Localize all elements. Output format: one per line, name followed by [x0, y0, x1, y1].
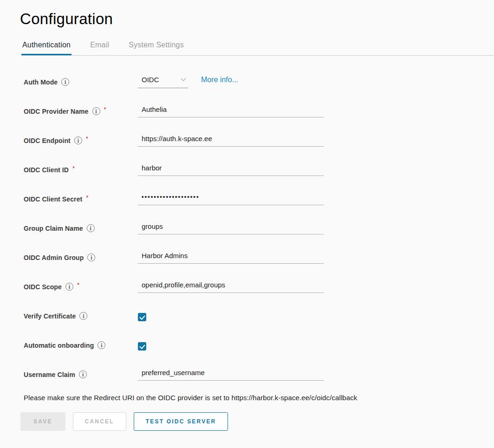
required-asterisk: * — [72, 165, 75, 172]
oidc-scope-input[interactable] — [138, 281, 324, 293]
form-row-oidc-provider-name: OIDC Provider Namei* — [24, 98, 494, 117]
oidc-endpoint-input[interactable] — [138, 135, 324, 147]
field-label: Auth Mode — [24, 78, 58, 86]
label-col: Group Claim Namei — [24, 224, 138, 232]
required-asterisk: * — [104, 106, 106, 113]
form-row-oidc-scope: OIDC Scopei* — [24, 274, 494, 293]
username-claim-input[interactable] — [138, 369, 324, 381]
control-col — [138, 281, 324, 293]
info-icon[interactable]: i — [87, 253, 95, 261]
select-value: OIDC — [142, 76, 159, 84]
control-col — [138, 164, 324, 176]
form-row-username-claim: Username Claimi — [24, 362, 494, 381]
control-col — [138, 105, 324, 117]
required-asterisk: * — [86, 194, 88, 201]
label-col: OIDC Provider Namei* — [24, 107, 138, 115]
verify-certificate-checkbox[interactable] — [138, 313, 146, 321]
field-label: OIDC Client Secret — [24, 195, 82, 203]
form-row-group-claim-name: Group Claim Namei — [24, 215, 494, 234]
info-icon[interactable]: i — [79, 312, 87, 320]
field-label: OIDC Admin Group — [24, 254, 84, 261]
info-icon[interactable]: i — [65, 283, 73, 291]
label-col: OIDC Admin Groupi — [24, 253, 138, 261]
label-col: Verify Certificatei — [24, 312, 138, 320]
control-col — [138, 193, 324, 205]
save-button[interactable]: SAVE — [20, 412, 65, 431]
label-col: Auth Modei — [24, 78, 138, 86]
oidc-client-secret-input[interactable] — [138, 193, 324, 205]
oidc-admin-group-input[interactable] — [138, 252, 324, 264]
label-col: OIDC Scopei* — [24, 283, 138, 291]
chevron-down-icon — [181, 76, 186, 81]
info-icon[interactable]: i — [79, 370, 87, 378]
field-label: OIDC Client ID — [24, 166, 69, 174]
form-row-verify-certificate: Verify Certificatei — [24, 303, 494, 322]
button-bar: SAVE CANCEL TEST OIDC SERVER — [20, 412, 494, 431]
field-label: Group Claim Name — [24, 225, 83, 232]
form-row-auth-mode: Auth ModeiOIDCMore info... — [24, 69, 494, 88]
info-icon[interactable]: i — [98, 341, 105, 349]
control-col — [138, 369, 324, 381]
test-oidc-server-button[interactable]: TEST OIDC SERVER — [134, 412, 228, 431]
form-row-automatic-onboarding: Automatic onboardingi — [24, 332, 494, 351]
auth-mode-select[interactable]: OIDC — [138, 76, 188, 88]
info-icon[interactable]: i — [87, 224, 95, 232]
label-col: OIDC Endpointi* — [24, 136, 138, 144]
field-label: OIDC Scope — [24, 283, 62, 291]
label-col: OIDC Client Secret* — [24, 195, 138, 203]
oidc-provider-name-input[interactable] — [138, 105, 324, 117]
tab-system-settings[interactable]: System Settings — [128, 41, 185, 55]
label-col: Automatic onboardingi — [24, 341, 138, 349]
required-asterisk: * — [86, 135, 88, 142]
form-row-oidc-admin-group: OIDC Admin Groupi — [24, 245, 494, 264]
field-label: Verify Certificate — [24, 312, 76, 320]
group-claim-name-input[interactable] — [138, 222, 324, 234]
label-col: Username Claimi — [24, 370, 138, 378]
tab-email[interactable]: Email — [89, 41, 110, 55]
field-label: Automatic onboarding — [24, 342, 94, 349]
control-col — [138, 342, 146, 351]
field-label: Username Claim — [24, 371, 75, 378]
redirect-uri-note: Please make sure the Redirect URI on the… — [24, 394, 494, 402]
automatic-onboarding-checkbox[interactable] — [138, 342, 146, 351]
more-info-link[interactable]: More info... — [201, 76, 238, 84]
oidc-client-id-input[interactable] — [138, 164, 324, 176]
info-icon[interactable]: i — [61, 78, 69, 86]
control-col — [138, 222, 324, 234]
field-label: OIDC Endpoint — [24, 137, 71, 144]
required-asterisk: * — [77, 281, 79, 288]
field-label: OIDC Provider Name — [24, 108, 89, 115]
label-col: OIDC Client ID* — [24, 166, 138, 174]
control-col — [138, 252, 324, 264]
control-col — [138, 135, 324, 147]
form-row-oidc-client-secret: OIDC Client Secret* — [24, 186, 494, 205]
control-col: OIDCMore info... — [138, 76, 238, 88]
control-col — [138, 313, 146, 322]
tab-bar: Authentication Email System Settings — [21, 41, 494, 56]
form-row-oidc-endpoint: OIDC Endpointi* — [24, 128, 494, 147]
form-row-oidc-client-id: OIDC Client ID* — [24, 157, 494, 176]
page-title: Configuration — [20, 10, 494, 28]
info-icon[interactable]: i — [92, 107, 100, 115]
info-icon[interactable]: i — [74, 136, 82, 144]
cancel-button[interactable]: CANCEL — [73, 412, 126, 431]
tab-authentication[interactable]: Authentication — [21, 41, 72, 55]
config-form: Auth ModeiOIDCMore info...OIDC Provider … — [24, 69, 494, 381]
